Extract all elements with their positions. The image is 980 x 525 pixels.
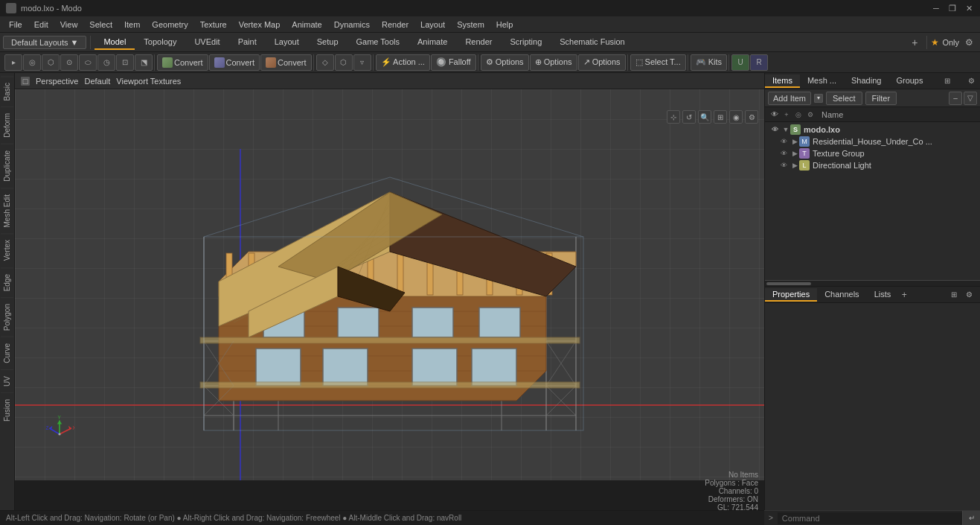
expand-scene[interactable]: ▼	[781, 126, 790, 133]
col-icon2[interactable]: ◎	[793, 109, 804, 120]
add-item-chevron[interactable]: ▾	[814, 94, 823, 103]
eye-toggle-scene[interactable]: 👁	[768, 125, 781, 134]
menu-item-view[interactable]: View	[54, 19, 84, 31]
viewport-textures-label[interactable]: Viewport Textures	[116, 77, 181, 86]
menu-item-vertex map[interactable]: Vertex Map	[233, 19, 286, 31]
properties-expand[interactable]: ⊞	[949, 290, 959, 300]
layout-tab-render[interactable]: Render	[456, 35, 501, 50]
tool-select3[interactable]: ⬡	[42, 54, 60, 71]
menu-item-help[interactable]: Help	[490, 19, 519, 31]
menu-item-texture[interactable]: Texture	[194, 19, 233, 31]
tool-shape2[interactable]: ⬡	[335, 54, 353, 71]
options-button3[interactable]: ↗ Options	[578, 54, 626, 71]
items-scrollbar-thumb[interactable]	[766, 282, 811, 285]
sidebar-tab-duplicate[interactable]: Duplicate	[1, 144, 13, 188]
items-select-button[interactable]: Select	[826, 92, 862, 105]
items-filter-button[interactable]: Filter	[865, 92, 897, 105]
menu-item-animate[interactable]: Animate	[286, 19, 327, 31]
sidebar-tab-edge[interactable]: Edge	[1, 267, 13, 297]
layout-tab-paint[interactable]: Paint	[229, 35, 266, 50]
tab-properties[interactable]: Properties	[765, 288, 817, 302]
layout-tab-setup[interactable]: Setup	[308, 35, 348, 50]
texture-item[interactable]: 👁 ▶ T Texture Group	[765, 147, 980, 159]
menu-item-edit[interactable]: Edit	[28, 19, 54, 31]
tab-groups[interactable]: Groups	[888, 74, 930, 88]
settings-icon[interactable]: ⚙	[961, 34, 977, 51]
convert-mesh-button[interactable]: Convert	[157, 54, 208, 71]
sidebar-tab-curve[interactable]: Curve	[1, 337, 13, 369]
select-t-button[interactable]: ⬚ Select T...	[630, 54, 686, 71]
default-layouts-button[interactable]: Default Layouts ▼	[3, 36, 86, 49]
properties-settings[interactable]: ⚙	[964, 290, 974, 300]
tool-select4[interactable]: ⊙	[60, 54, 78, 71]
sidebar-tab-uv[interactable]: UV	[1, 369, 13, 392]
tool-select7[interactable]: ⊡	[116, 54, 134, 71]
menu-item-system[interactable]: System	[451, 19, 490, 31]
menu-item-file[interactable]: File	[3, 19, 28, 31]
layout-tab-uvedit[interactable]: UVEdit	[185, 35, 228, 50]
menu-item-render[interactable]: Render	[376, 19, 414, 31]
sidebar-tab-mesh-edit[interactable]: Mesh Edit	[1, 188, 13, 233]
options-button1[interactable]: ⚙ Options	[481, 54, 529, 71]
layout-tab-schematic-fusion[interactable]: Schematic Fusion	[551, 35, 633, 50]
vp-ctrl-frame[interactable]: ⊞	[714, 110, 727, 124]
expand-texture[interactable]: ▶	[790, 150, 799, 157]
maximize-button[interactable]: ❐	[947, 3, 958, 13]
tool-select5[interactable]: ⬭	[79, 54, 97, 71]
vp-ctrl-orbit[interactable]: ↺	[682, 110, 696, 124]
layout-tab-layout[interactable]: Layout	[266, 35, 308, 50]
menu-item-select[interactable]: Select	[83, 19, 118, 31]
kits-button[interactable]: 🎮 Kits	[691, 54, 727, 71]
layout-tab-game-tools[interactable]: Game Tools	[348, 35, 409, 50]
tab-lists[interactable]: Lists	[867, 288, 899, 302]
layout-tab-topology[interactable]: Topology	[135, 35, 185, 50]
items-panel-expand[interactable]: ⊞	[942, 76, 952, 86]
close-button[interactable]: ✕	[964, 3, 974, 13]
expand-mesh[interactable]: ▶	[790, 138, 799, 145]
add-layout-button[interactable]: +	[906, 34, 923, 51]
action-button[interactable]: ⚡ Action ...	[376, 54, 430, 71]
sidebar-tab-basic[interactable]: Basic	[1, 76, 13, 106]
command-enter-button[interactable]: ↵	[962, 511, 980, 526]
tab-channels[interactable]: Channels	[817, 288, 866, 302]
scene-root-item[interactable]: 👁 ▼ S modo.lxo	[765, 124, 980, 136]
options-button2[interactable]: ⊕ Options	[530, 54, 577, 71]
tool-select8[interactable]: ⬔	[135, 54, 153, 71]
convert-poly-button[interactable]: Convert	[209, 54, 260, 71]
eye-toggle-mesh[interactable]: 👁	[777, 137, 790, 146]
sidebar-tab-polygon[interactable]: Polygon	[1, 297, 13, 337]
expand-light[interactable]: ▶	[790, 162, 799, 169]
viewport-expand-button[interactable]: □	[21, 77, 30, 86]
tool-select1[interactable]: ▸	[4, 54, 22, 71]
unreal-btn2[interactable]: R	[750, 54, 768, 71]
eye-toggle-texture[interactable]: 👁	[777, 149, 790, 158]
properties-add-tab[interactable]: +	[898, 289, 910, 301]
menu-item-dynamics[interactable]: Dynamics	[328, 19, 376, 31]
menu-item-geometry[interactable]: Geometry	[146, 19, 193, 31]
items-panel-settings[interactable]: ⚙	[967, 76, 977, 86]
col-icon3[interactable]: ⚙	[805, 109, 816, 120]
tab-shading[interactable]: Shading	[844, 74, 888, 88]
viewport-default-label[interactable]: Default	[84, 77, 110, 86]
tool-select6[interactable]: ◷	[97, 54, 115, 71]
unreal-btn1[interactable]: U	[731, 54, 749, 71]
command-input[interactable]	[778, 512, 962, 524]
add-item-button[interactable]: Add Item	[768, 92, 811, 105]
vp-ctrl-shading[interactable]: ◉	[729, 110, 743, 124]
layout-tab-scripting[interactable]: Scripting	[501, 35, 551, 50]
tool-shape3[interactable]: ▿	[353, 54, 371, 71]
layout-tab-model[interactable]: Model	[95, 35, 135, 50]
light-item[interactable]: 👁 ▶ L Directional Light	[765, 159, 980, 171]
mesh-item[interactable]: 👁 ▶ M Residential_House_Under_Co ...	[765, 136, 980, 147]
col-icon1[interactable]: +	[781, 109, 792, 120]
vp-ctrl-settings[interactable]: ⚙	[745, 110, 758, 124]
vp-ctrl-navigate[interactable]: ⊹	[667, 110, 680, 124]
minimize-button[interactable]: ─	[931, 3, 941, 13]
viewport-perspective-label[interactable]: Perspective	[36, 77, 78, 86]
menu-item-item[interactable]: Item	[118, 19, 146, 31]
sidebar-tab-deform[interactable]: Deform	[1, 106, 13, 144]
items-minus-button[interactable]: –	[949, 92, 962, 105]
layout-tab-animate[interactable]: Animate	[409, 35, 456, 50]
tool-shape1[interactable]: ◇	[316, 54, 334, 71]
sidebar-tab-vertex[interactable]: Vertex	[1, 233, 13, 267]
